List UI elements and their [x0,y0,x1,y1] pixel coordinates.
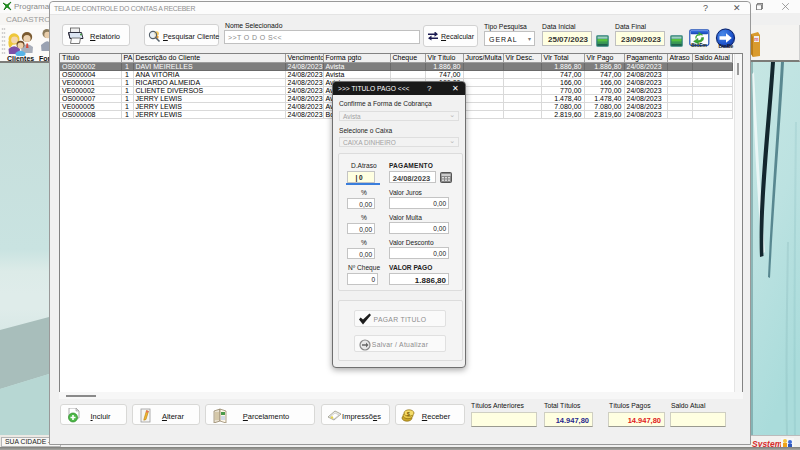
svg-text:BtnBe: BtnBe [719,43,734,49]
svg-text:m: m [754,36,758,42]
svg-text:BtcEm: BtcEm [691,42,707,48]
